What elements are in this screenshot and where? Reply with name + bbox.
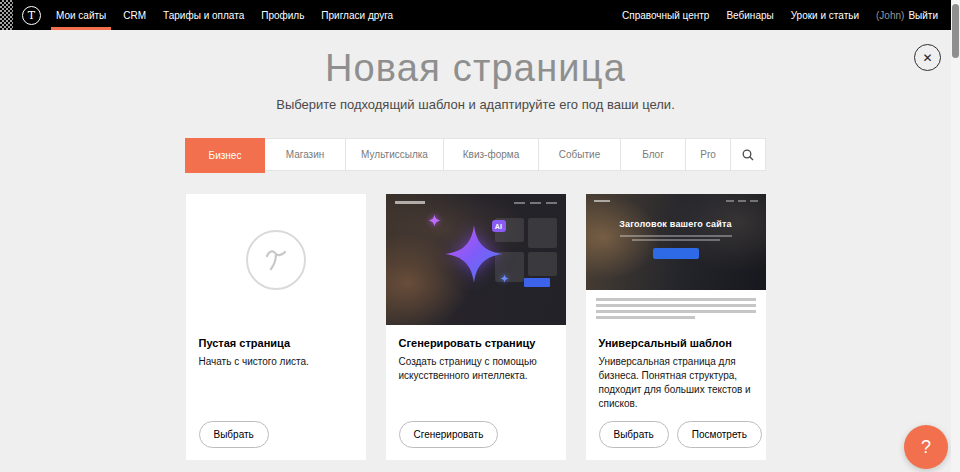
secondary-nav: Справочный центр Вебинары Уроки и статьи… [622, 0, 938, 30]
mini-text-line [596, 316, 695, 319]
card-description: Начать с чистого листа. [199, 355, 353, 369]
card-buttons: Выбрать [199, 411, 353, 448]
tab-pro[interactable]: Pro [686, 139, 731, 170]
ai-badge: AI [492, 220, 506, 232]
nav-logout[interactable]: (John) Выйти [876, 0, 938, 30]
mini-site-menu [514, 202, 557, 204]
tab-blog[interactable]: Блог [621, 139, 686, 170]
mini-site-subtext-line [632, 239, 720, 241]
close-icon: ✕ [922, 52, 932, 64]
template-grid: Пустая страница Начать с чистого листа. … [186, 194, 766, 472]
close-button[interactable]: ✕ [914, 44, 941, 71]
nav-help-center[interactable]: Справочный центр [622, 0, 709, 30]
help-button[interactable]: ? [904, 425, 948, 469]
ai-template-preview: AI [386, 194, 566, 325]
mini-site-menu [726, 200, 758, 202]
logout-label: Выйти [908, 10, 938, 21]
mini-text-line [596, 310, 756, 313]
mini-site-blue-button [653, 248, 699, 259]
main-nav: Мои сайты CRM Тарифы и оплата Профиль Пр… [56, 0, 393, 30]
nav-webinars[interactable]: Вебинары [726, 0, 773, 30]
tab-search[interactable] [731, 139, 765, 170]
nav-crm[interactable]: CRM [123, 0, 146, 30]
blank-template-preview [186, 194, 366, 325]
card-body: Пустая страница Начать с чистого листа. … [186, 325, 366, 460]
nav-pricing[interactable]: Тарифы и оплата [163, 0, 244, 30]
card-description: Создать страницу с помощью искусственног… [399, 355, 553, 383]
template-card-blank[interactable]: Пустая страница Начать с чистого листа. … [186, 194, 366, 460]
choose-universal-button[interactable]: Выбрать [599, 421, 669, 448]
generate-button[interactable]: Сгенерировать [399, 421, 499, 448]
mini-site-hero: Заголовок вашего сайта [586, 194, 766, 290]
ai-sparkle-star-icon [444, 224, 504, 284]
mini-site-paragraph [586, 290, 766, 325]
card-title: Сгенерировать страницу [399, 337, 553, 349]
view-universal-button[interactable]: Посмотреть [677, 421, 762, 448]
template-card-universal[interactable]: Заголовок вашего сайта Универсальный шаб… [586, 194, 766, 460]
mini-site-topbar [594, 200, 758, 202]
tilda-logo-letter: T [28, 9, 35, 22]
mini-card [528, 218, 557, 248]
mini-text-line [596, 298, 756, 301]
mini-text-line [596, 304, 756, 307]
mini-site-topbar [395, 201, 557, 204]
scrollbar-thumb[interactable] [952, 4, 959, 58]
nav-invite-friend[interactable]: Пригласи друга [321, 0, 393, 30]
small-sparkle-icon [428, 214, 441, 227]
tilda-mark-circle [246, 230, 306, 290]
scrollbar[interactable] [951, 0, 960, 472]
card-title: Пустая страница [199, 337, 353, 349]
tilda-logo[interactable]: T [22, 6, 41, 25]
card-title: Универсальный шаблон [599, 337, 753, 349]
choose-blank-button[interactable]: Выбрать [199, 421, 269, 448]
universal-template-preview: Заголовок вашего сайта [586, 194, 766, 325]
user-name: (John) [876, 10, 904, 21]
nav-my-sites[interactable]: Мои сайты [56, 0, 106, 30]
card-body: Универсальный шаблон Универсальная стран… [586, 325, 766, 460]
question-mark-icon: ? [921, 437, 931, 458]
pixel-pattern-decoration [0, 0, 13, 30]
top-navigation-bar: T Мои сайты CRM Тарифы и оплата Профиль … [0, 0, 951, 30]
nav-profile[interactable]: Профиль [261, 0, 304, 30]
mini-site-logo [395, 201, 425, 204]
tab-multilink[interactable]: Мультиссылка [346, 139, 444, 170]
template-card-ai-generate[interactable]: AI Сгенерировать страницу Создать страни… [386, 194, 566, 460]
template-category-tabs: Бизнес Магазин Мультиссылка Квиз-форма С… [185, 138, 766, 171]
card-buttons: Сгенерировать [399, 411, 553, 448]
page-title: Новая страница [0, 47, 951, 90]
mini-card [528, 252, 557, 276]
tab-shop[interactable]: Магазин [265, 139, 346, 170]
card-description: Универсальная страница для бизнеса. Поня… [599, 355, 753, 411]
tab-business[interactable]: Бизнес [185, 138, 265, 173]
new-page-modal: Новая страница Выберите подходящий шабло… [0, 30, 951, 472]
page-subtitle: Выберите подходящий шаблон и адаптируйте… [0, 97, 951, 112]
mini-site-blue-button [524, 278, 550, 287]
nav-lessons-articles[interactable]: Уроки и статьи [791, 0, 859, 30]
mini-site-heading: Заголовок вашего сайта [619, 219, 732, 229]
tab-quiz-form[interactable]: Квиз-форма [444, 139, 539, 170]
small-sparkle-icon [500, 274, 509, 283]
tab-event[interactable]: Событие [539, 139, 621, 170]
mini-site-logo [594, 200, 610, 202]
card-body: Сгенерировать страницу Создать страницу … [386, 325, 566, 460]
tilda-mark-icon [262, 246, 290, 274]
search-icon [742, 149, 754, 161]
mini-site-subtext-line [620, 235, 732, 237]
card-buttons: Выбрать Посмотреть [599, 411, 753, 448]
